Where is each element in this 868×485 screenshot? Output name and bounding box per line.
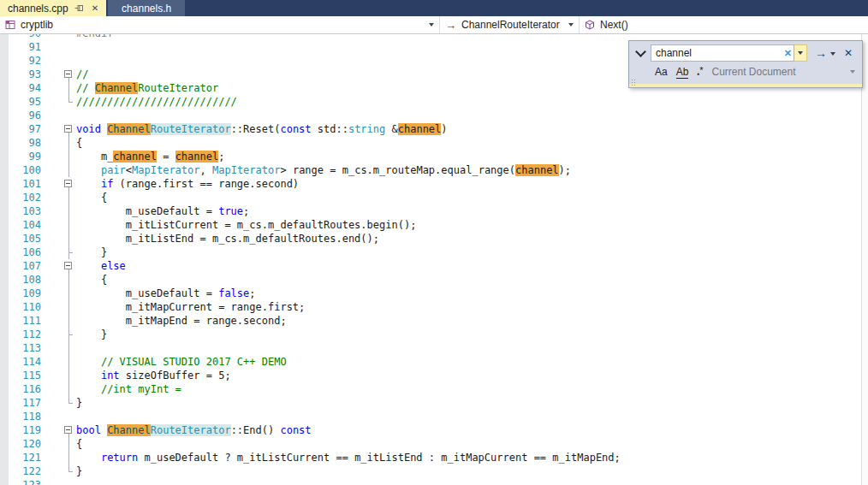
fold-margin bbox=[63, 191, 75, 204]
find-next-button[interactable]: → bbox=[815, 47, 827, 59]
code-text: { bbox=[76, 437, 82, 451]
code-text: m_itMapEnd = range.second; bbox=[76, 314, 287, 328]
line-number: 113 bbox=[9, 341, 41, 355]
code-text: m_itListEnd = m_cs.m_defaultRoutes.end()… bbox=[76, 232, 379, 245]
match-case-toggle[interactable]: Aa bbox=[655, 66, 668, 78]
line-number: 120 bbox=[9, 437, 41, 451]
line-number: 90 bbox=[9, 34, 41, 40]
line-number: 102 bbox=[9, 191, 41, 204]
fold-margin bbox=[63, 163, 75, 177]
fold-margin bbox=[63, 478, 75, 485]
code-line: 96 bbox=[9, 109, 868, 122]
fold-toggle[interactable] bbox=[63, 259, 75, 273]
fold-toggle[interactable] bbox=[63, 68, 75, 81]
member-dropdown-label: Next() bbox=[600, 19, 628, 31]
breakpoint-margin[interactable] bbox=[0, 34, 9, 485]
line-number: 97 bbox=[9, 122, 41, 136]
search-input-wrap: ✕ bbox=[651, 44, 794, 62]
fold-margin bbox=[63, 341, 75, 355]
code-line: 97void ChannelRouteIterator::Reset(const… bbox=[9, 122, 868, 136]
code-line: 121 return m_useDefault ? m_itListCurren… bbox=[9, 451, 868, 464]
code-line: 113 bbox=[9, 341, 868, 355]
type-dropdown[interactable]: → ChannelRouteIterator bbox=[440, 16, 580, 33]
code-editor[interactable]: 90#endif919293//94// ChannelRouteIterato… bbox=[0, 34, 868, 485]
code-line: 90#endif bbox=[9, 34, 868, 40]
code-line: 101 if (range.first == range.second) bbox=[9, 177, 868, 191]
expand-replace-chevron-icon[interactable] bbox=[635, 46, 646, 57]
line-number: 93 bbox=[9, 68, 41, 81]
chevron-down-icon bbox=[568, 23, 574, 27]
code-text: { bbox=[76, 136, 82, 150]
code-line: 102 { bbox=[9, 191, 868, 204]
line-number: 117 bbox=[9, 396, 41, 410]
code-text: if (range.first == range.second) bbox=[76, 177, 299, 191]
fold-toggle[interactable] bbox=[63, 122, 75, 136]
close-find-icon[interactable]: ✕ bbox=[844, 48, 853, 58]
fold-margin bbox=[63, 287, 75, 300]
find-row-main: ✕ → ✕ bbox=[629, 41, 862, 64]
fold-margin bbox=[63, 369, 75, 382]
member-dropdown[interactable]: Next() bbox=[580, 16, 868, 33]
code-text: { bbox=[76, 191, 107, 204]
line-number: 91 bbox=[9, 40, 41, 54]
code-line: 122} bbox=[9, 464, 868, 478]
code-text: m_useDefault = true; bbox=[76, 204, 249, 218]
fold-toggle[interactable] bbox=[63, 423, 75, 437]
code-line: 103 m_useDefault = true; bbox=[9, 204, 868, 218]
fold-margin bbox=[63, 232, 75, 245]
arrow-right-icon: → bbox=[445, 20, 456, 31]
line-number: 119 bbox=[9, 423, 41, 437]
code-text: m_useDefault = false; bbox=[76, 287, 256, 300]
line-number: 99 bbox=[9, 150, 41, 163]
close-icon[interactable]: ✕ bbox=[90, 3, 100, 13]
line-number: 114 bbox=[9, 355, 41, 369]
fold-margin bbox=[63, 81, 75, 95]
line-number: 116 bbox=[9, 382, 41, 396]
code-text: m_channel = channel; bbox=[76, 150, 224, 163]
regex-toggle[interactable]: ▪* bbox=[697, 65, 703, 79]
tab-label: channels.h bbox=[122, 3, 171, 15]
search-input[interactable] bbox=[651, 45, 794, 61]
code-rows: 90#endif919293//94// ChannelRouteIterato… bbox=[0, 34, 868, 485]
fold-margin bbox=[63, 300, 75, 314]
find-panel: ✕ → ✕ Aa Ab ▪* Current Document bbox=[628, 40, 863, 88]
drag-grip-icon[interactable] bbox=[632, 80, 633, 80]
code-text: void ChannelRouteIterator::Reset(const s… bbox=[76, 122, 448, 136]
vertical-scrollbar[interactable] bbox=[861, 34, 868, 485]
line-number: 100 bbox=[9, 163, 41, 177]
fold-margin bbox=[63, 40, 75, 54]
code-line: 99 m_channel = channel; bbox=[9, 150, 868, 163]
fold-margin bbox=[63, 355, 75, 369]
chevron-down-icon bbox=[850, 70, 855, 74]
code-line: 123 bbox=[9, 478, 868, 485]
line-number: 106 bbox=[9, 245, 41, 259]
code-text: else bbox=[76, 259, 126, 273]
fold-margin bbox=[63, 396, 75, 410]
clear-search-icon[interactable]: ✕ bbox=[784, 47, 792, 59]
find-next-options-caret[interactable] bbox=[830, 52, 835, 56]
line-number: 108 bbox=[9, 273, 41, 287]
code-text: { bbox=[76, 273, 107, 287]
search-history-dropdown[interactable] bbox=[794, 44, 807, 62]
fold-toggle[interactable] bbox=[63, 177, 75, 191]
code-line: 109 m_useDefault = false; bbox=[9, 287, 868, 300]
line-number: 109 bbox=[9, 287, 41, 300]
code-line: 104 m_itListCurrent = m_cs.m_defaultRout… bbox=[9, 218, 868, 232]
project-dropdown[interactable]: cryptlib bbox=[0, 16, 440, 33]
code-line: 114 // VISUAL STUDIO 2017 C++ DEMO bbox=[9, 355, 868, 369]
fold-margin bbox=[63, 245, 75, 259]
pin-icon[interactable] bbox=[74, 3, 84, 13]
code-line: 115 int sizeOfBuffer = 5; bbox=[9, 369, 868, 382]
find-row-options: Aa Ab ▪* Current Document bbox=[629, 64, 862, 84]
code-line: 111 m_itMapEnd = range.second; bbox=[9, 314, 868, 328]
fold-margin bbox=[63, 95, 75, 109]
tab-channels-h[interactable]: channels.h bbox=[108, 0, 185, 16]
document-tabbar: channels.cpp ✕ channels.h bbox=[0, 0, 868, 16]
line-number: 107 bbox=[9, 259, 41, 273]
search-scope-dropdown[interactable]: Current Document bbox=[712, 66, 858, 78]
line-number: 111 bbox=[9, 314, 41, 328]
whole-word-toggle[interactable]: Ab bbox=[676, 66, 689, 79]
fold-margin bbox=[63, 451, 75, 464]
line-number: 112 bbox=[9, 328, 41, 341]
tab-channels-cpp[interactable]: channels.cpp ✕ bbox=[0, 0, 106, 16]
